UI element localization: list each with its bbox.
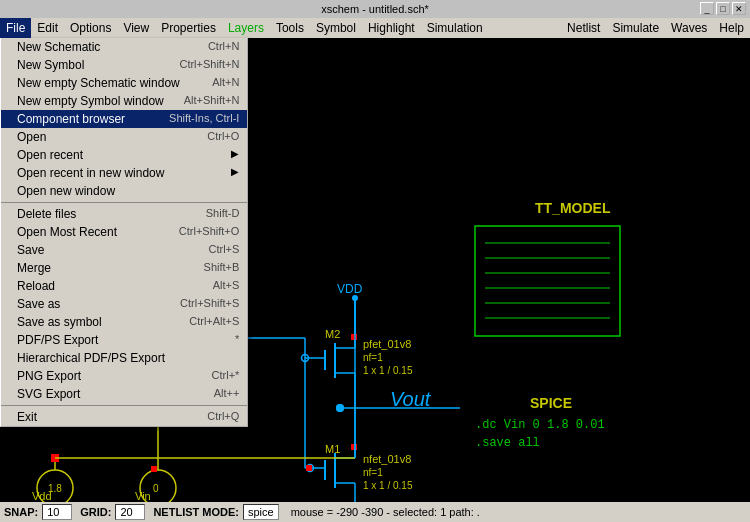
svg-rect-74 xyxy=(151,466,157,472)
title-bar-controls: _ □ ✕ xyxy=(700,2,746,15)
svg-text:SPICE: SPICE xyxy=(530,395,572,411)
menu-svg-export[interactable]: SVG Export Alt++ xyxy=(1,385,247,403)
menu-pdf-ps-export[interactable]: PDF/PS Export * xyxy=(1,331,247,349)
svg-text:.dc Vin 0 1.8 0.01: .dc Vin 0 1.8 0.01 xyxy=(475,418,605,432)
netlist-label: NETLIST MODE: xyxy=(153,506,239,518)
menu-file[interactable]: File xyxy=(0,18,31,38)
menu-reload[interactable]: Reload Alt+S xyxy=(1,277,247,295)
menu-new-empty-schematic[interactable]: New empty Schematic window Alt+N xyxy=(1,74,247,92)
menu-edit[interactable]: Edit xyxy=(31,18,64,38)
menu-waves[interactable]: Waves xyxy=(665,19,713,37)
status-bar: SNAP: 10 GRID: 20 NETLIST MODE: spice mo… xyxy=(0,502,750,522)
mouse-status: mouse = -290 -390 - selected: 1 path: . xyxy=(291,506,480,518)
menu-save-as-symbol[interactable]: Save as symbol Ctrl+Alt+S xyxy=(1,313,247,331)
svg-text:nf=1: nf=1 xyxy=(363,467,383,478)
menu-new-symbol[interactable]: New Symbol Ctrl+Shift+N xyxy=(1,56,247,74)
menu-open[interactable]: Open Ctrl+O xyxy=(1,128,247,146)
svg-text:nf=1: nf=1 xyxy=(363,352,383,363)
svg-rect-75 xyxy=(306,465,312,471)
snap-field: SNAP: 10 xyxy=(4,504,72,520)
grid-field: GRID: 20 xyxy=(80,504,145,520)
menu-open-new-window[interactable]: Open new window xyxy=(1,182,247,200)
svg-point-41 xyxy=(336,404,344,412)
menu-layers[interactable]: Layers xyxy=(222,18,270,38)
separator-2 xyxy=(1,405,247,406)
maximize-button[interactable]: □ xyxy=(716,2,730,15)
menu-new-schematic[interactable]: New Schematic Ctrl+N xyxy=(1,38,247,56)
netlist-value: spice xyxy=(243,504,279,520)
svg-text:0: 0 xyxy=(153,483,159,494)
menu-open-recent-new-window[interactable]: Open recent in new window xyxy=(1,164,247,182)
tt-model-label: TT_MODEL xyxy=(535,200,611,216)
menu-component-browser[interactable]: Component browser Shift-Ins, Ctrl-I xyxy=(1,110,247,128)
menu-save-as[interactable]: Save as Ctrl+Shift+S xyxy=(1,295,247,313)
grid-label: GRID: xyxy=(80,506,111,518)
menu-bar: File Edit Options View Properties Layers… xyxy=(0,18,750,38)
title-bar: xschem - untitled.sch* _ □ ✕ xyxy=(0,0,750,18)
svg-text:M2: M2 xyxy=(325,328,340,340)
menu-right: Netlist Simulate Waves Help xyxy=(561,19,750,37)
svg-text:M1: M1 xyxy=(325,443,340,455)
menu-view[interactable]: View xyxy=(117,18,155,38)
svg-text:VDD: VDD xyxy=(337,282,363,296)
svg-text:pfet_01v8: pfet_01v8 xyxy=(363,338,411,350)
snap-label: SNAP: xyxy=(4,506,38,518)
close-button[interactable]: ✕ xyxy=(732,2,746,15)
svg-text:1.8: 1.8 xyxy=(48,483,62,494)
menu-symbol[interactable]: Symbol xyxy=(310,18,362,38)
svg-text:1 x 1 / 0.15: 1 x 1 / 0.15 xyxy=(363,365,413,376)
svg-text:1 x 1 / 0.15: 1 x 1 / 0.15 xyxy=(363,480,413,491)
menu-open-most-recent[interactable]: Open Most Recent Ctrl+Shift+O xyxy=(1,223,247,241)
menu-highlight[interactable]: Highlight xyxy=(362,18,421,38)
minimize-button[interactable]: _ xyxy=(700,2,714,15)
netlist-field: NETLIST MODE: spice xyxy=(153,504,278,520)
menu-delete-files[interactable]: Delete files Shift-D xyxy=(1,205,247,223)
title-text: xschem - untitled.sch* xyxy=(321,3,429,15)
menu-open-recent[interactable]: Open recent xyxy=(1,146,247,164)
menu-new-empty-symbol[interactable]: New empty Symbol window Alt+Shift+N xyxy=(1,92,247,110)
menu-help[interactable]: Help xyxy=(713,19,750,37)
menu-hierarchical-pdf[interactable]: Hierarchical PDF/PS Export xyxy=(1,349,247,367)
svg-rect-33 xyxy=(351,444,357,450)
menu-properties[interactable]: Properties xyxy=(155,18,222,38)
menu-simulate[interactable]: Simulate xyxy=(606,19,665,37)
menu-merge[interactable]: Merge Shift+B xyxy=(1,259,247,277)
menu-png-export[interactable]: PNG Export Ctrl+* xyxy=(1,367,247,385)
svg-rect-32 xyxy=(351,334,357,340)
svg-text:nfet_01v8: nfet_01v8 xyxy=(363,453,411,465)
snap-value: 10 xyxy=(42,504,72,520)
svg-text:.save all: .save all xyxy=(475,436,540,450)
file-dropdown-menu: New Schematic Ctrl+N New Symbol Ctrl+Shi… xyxy=(0,38,248,427)
menu-options[interactable]: Options xyxy=(64,18,117,38)
svg-text:Vout: Vout xyxy=(390,388,432,410)
menu-tools[interactable]: Tools xyxy=(270,18,310,38)
menu-simulation[interactable]: Simulation xyxy=(421,18,489,38)
svg-point-72 xyxy=(352,295,358,301)
menu-save[interactable]: Save Ctrl+S xyxy=(1,241,247,259)
menu-netlist[interactable]: Netlist xyxy=(561,19,606,37)
svg-text:Vin: Vin xyxy=(135,490,151,502)
separator-1 xyxy=(1,202,247,203)
grid-value: 20 xyxy=(115,504,145,520)
menu-exit[interactable]: Exit Ctrl+Q xyxy=(1,408,247,426)
